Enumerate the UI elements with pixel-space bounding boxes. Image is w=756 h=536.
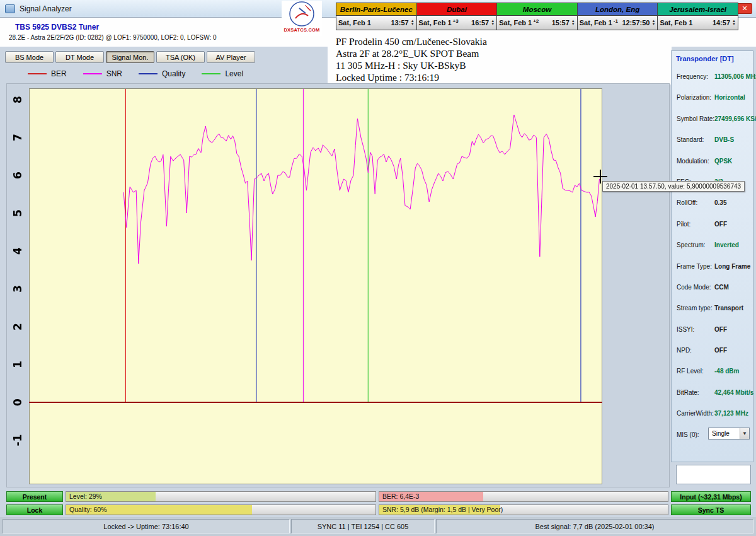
transponder-label: RollOff: — [677, 199, 697, 206]
legend-item-level: Level — [202, 69, 243, 78]
legend-label: SNR — [106, 69, 122, 78]
info-line-1: PF Prodelin 450 cm/Lučenec-Slovakia — [336, 35, 487, 47]
tuner-subtitle: 28.2E - Astra 2E/2F/2G (ID: 0282) @ LOF1… — [9, 34, 217, 41]
transponder-rows: Frequency:11305,006 MHzPolarization:Hori… — [672, 67, 753, 426]
toolbar-button-tsa-ok-[interactable]: TSA (OK) — [156, 51, 205, 63]
transponder-label: ISSYI: — [677, 326, 694, 333]
clock-time: 14:57 — [713, 19, 730, 26]
transponder-label: Modulation: — [677, 158, 709, 165]
legend-item-snr: SNR — [83, 69, 122, 78]
transponder-label: BitRate: — [677, 389, 699, 396]
legend-line-icon — [139, 73, 158, 74]
transponder-label: Spectrum: — [677, 242, 706, 248]
legend-label: Level — [225, 69, 243, 78]
close-button[interactable]: ✕ — [737, 3, 752, 14]
window-title: Signal Analyzer — [20, 4, 72, 13]
syncts-indicator: Sync TS — [671, 504, 751, 515]
clock-panel: London, EngSat, Feb 1-112:57:50▲▼ — [577, 3, 658, 30]
transponder-label: Frequency: — [677, 73, 708, 80]
mis-dropdown[interactable]: Single ▼ — [708, 428, 750, 440]
status-sync-counters: SYNC 11 | TEI 1254 | CC 605 — [291, 519, 435, 533]
transponder-row: Symbol Rate:27499,696 KS/s — [672, 110, 753, 131]
transponder-row: Pilot:OFF — [672, 215, 753, 236]
snr-bar-label: SNR: 5,9 dB (Margin: 1,5 dB | Very Poor) — [379, 505, 668, 515]
mode-toolbar: BS ModeDT ModeSignal Mon.TSA (OK)AV Play… — [5, 51, 255, 63]
transponder-label: Symbol Rate: — [677, 115, 714, 122]
clock-time: 15:57 — [552, 19, 570, 26]
info-line-3: 11 305 MHz-H : Sky UK-BSkyB — [336, 59, 487, 71]
transponder-row: Spectrum:Inverted — [672, 236, 753, 257]
signal-chart-canvas[interactable] — [7, 84, 669, 487]
transponder-row: Standard:DVB-S — [672, 131, 753, 151]
clock-date: Sat, Feb 1 — [419, 19, 452, 26]
clock-date: Sat, Feb 1 — [338, 19, 371, 26]
input-indicator: Input (~32,31 Mbps) — [671, 491, 751, 502]
status-best-signal: Best signal: 7,7 dB (2025-02-01 00:34) — [436, 519, 753, 533]
transponder-value: -48 dBm — [714, 368, 739, 375]
dxsatcs-logo: DXSATCS.COM — [282, 1, 322, 36]
chart-legend: BERSNRQualityLevel — [28, 69, 243, 78]
transponder-value: 11305,006 MHz — [714, 73, 756, 80]
clock-time-row: Sat, Feb 113:57▲▼ — [336, 16, 416, 30]
clock-time-row: Sat, Feb 114:57▲▼ — [658, 16, 738, 30]
info-line-4: Locked Uptime : 73:16:19 — [336, 71, 487, 83]
status-uptime: Locked -> Uptime: 73:16:40 — [3, 519, 290, 533]
time-spinner-icon[interactable]: ▲▼ — [571, 20, 575, 26]
transponder-value: Transport — [714, 305, 743, 312]
legend-line-icon — [202, 73, 220, 74]
legend-item-quality: Quality — [139, 69, 185, 78]
transponder-title: Transponder [DT] — [672, 51, 753, 62]
snr-bar: SNR: 5,9 dB (Margin: 1,5 dB | Very Poor) — [379, 504, 668, 515]
transponder-row: Frame Type:Long Frame — [672, 257, 753, 278]
clock-utc-offset: -1 — [614, 18, 618, 24]
crosshair-cursor — [593, 176, 607, 177]
transponder-value: Long Frame — [714, 263, 750, 270]
clock-time: 16:57 — [471, 19, 489, 26]
tuner-info: TBS 5925 DVBS2 Tuner 28.2E - Astra 2E/2F… — [9, 23, 217, 41]
clock-date: Sat, Feb 1 — [499, 19, 532, 26]
transponder-value: QPSK — [714, 158, 732, 165]
clock-utc-offset: +3 — [453, 18, 459, 24]
empty-listbox[interactable] — [676, 465, 751, 484]
clock-time-row: Sat, Feb 1+316:57▲▼ — [417, 16, 497, 30]
transponder-label: CarrierWidth: — [677, 410, 714, 417]
transponder-label: Standard: — [677, 136, 704, 143]
clock-time: 12:57:50 — [622, 19, 650, 26]
transponder-row: RollOff:0.35 — [672, 194, 753, 214]
clock-city-label: Jerusalem-Israel — [658, 3, 738, 16]
toolbar-button-bs-mode[interactable]: BS Mode — [5, 51, 54, 63]
legend-line-icon — [28, 73, 47, 74]
transponder-value: OFF — [714, 221, 727, 228]
legend-item-ber: BER — [28, 69, 67, 78]
toolbar-button-dt-mode[interactable]: DT Mode — [55, 51, 104, 63]
time-spinner-icon[interactable]: ▲▼ — [651, 20, 655, 26]
clock-panel: Berlin-Paris-LučenecSat, Feb 113:57▲▼ — [336, 3, 417, 30]
signal-chart[interactable] — [6, 83, 670, 487]
transponder-value: OFF — [714, 326, 727, 333]
transponder-row: RF Level:-48 dBm — [672, 362, 753, 383]
clock-utc-offset: +2 — [533, 18, 539, 24]
transponder-label: Polarization: — [677, 94, 711, 101]
app-icon — [5, 4, 15, 13]
transponder-value: 37,123 MHz — [714, 410, 748, 417]
chevron-down-icon[interactable]: ▼ — [740, 428, 749, 439]
lock-indicator: Lock — [6, 504, 63, 515]
transponder-row: Stream type:Transport — [672, 299, 753, 320]
transponder-label: NPD: — [677, 347, 692, 354]
toolbar-button-signal-mon-[interactable]: Signal Mon. — [106, 51, 154, 63]
clock-panel: DubaiSat, Feb 1+316:57▲▼ — [416, 3, 498, 30]
info-line-2: Astra 2F at 28.2°E_UK SPOT Beam — [336, 47, 487, 59]
clock-date: Sat, Feb 1 — [580, 19, 612, 26]
transponder-value: OFF — [714, 347, 727, 354]
transponder-value: 27499,696 KS/s — [714, 115, 756, 122]
quality-bar: Quality: 60% — [66, 504, 376, 515]
transponder-label: Pilot: — [677, 221, 690, 228]
clock-panel: MoscowSat, Feb 1+215:57▲▼ — [496, 3, 578, 30]
transponder-value: 0.35 — [714, 199, 726, 206]
legend-line-icon — [83, 73, 102, 74]
chart-tooltip: 2025-02-01 13.57.50, value: 5,9000000953… — [602, 181, 745, 192]
time-spinner-icon[interactable]: ▲▼ — [491, 20, 495, 26]
time-spinner-icon[interactable]: ▲▼ — [411, 20, 415, 26]
toolbar-button-av-player[interactable]: AV Player — [207, 51, 255, 63]
time-spinner-icon[interactable]: ▲▼ — [732, 20, 736, 26]
